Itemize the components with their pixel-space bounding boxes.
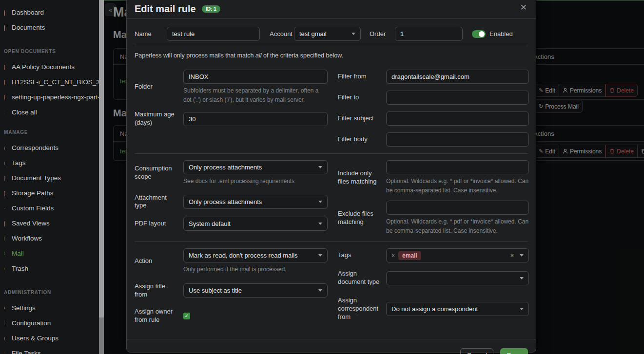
sidebar-item-workflows[interactable]: ⊞ Workflows bbox=[0, 231, 99, 246]
sidebar-item-label: setting-up-paperless-ngx-part-one bbox=[12, 93, 99, 101]
assign-owner-checkbox[interactable]: ✓ bbox=[183, 313, 190, 319]
consumption-scope-select[interactable]: Only process attachments bbox=[183, 160, 328, 174]
account-select[interactable]: test gmail bbox=[294, 27, 361, 41]
tags-select[interactable]: × email × bbox=[386, 248, 529, 262]
divider bbox=[135, 153, 528, 154]
tag-remove-icon[interactable]: × bbox=[391, 252, 395, 259]
sidebar-item-tags[interactable]: ◎ Tags bbox=[0, 155, 99, 170]
filter-to-field: Filter to bbox=[338, 91, 529, 105]
enabled-label: Enabled bbox=[489, 30, 513, 37]
sidebar-item-label: Document Types bbox=[12, 174, 61, 182]
sidebar-item-label: Dashboard bbox=[12, 9, 44, 16]
chevron-down-icon bbox=[520, 277, 524, 279]
divider bbox=[135, 242, 528, 242]
sidebar-item-trash[interactable]: ⊘ Trash bbox=[0, 261, 99, 276]
pdf-layout-select[interactable]: System default bbox=[183, 217, 328, 231]
sidebar-item-custom-fields[interactable]: ◈ Custom Fields bbox=[0, 201, 99, 216]
open-document-icon: ▣ bbox=[4, 78, 7, 86]
chevron-down-icon bbox=[318, 201, 322, 203]
chevron-down-icon bbox=[318, 223, 322, 225]
attachment-type-select[interactable]: Only process attachments bbox=[183, 195, 328, 209]
scrollbar-thumb[interactable] bbox=[99, 0, 104, 317]
sidebar-item-document-types[interactable]: ▤ Document Types bbox=[0, 170, 99, 186]
divider bbox=[135, 46, 528, 46]
sidebar-item-dashboard[interactable]: ▦ Dashboard bbox=[0, 5, 99, 20]
cancel-button[interactable]: Cancel bbox=[460, 348, 493, 354]
order-label: Order bbox=[370, 30, 395, 37]
attachment-type-label: Attachment type bbox=[135, 194, 183, 210]
filter-from-label: Filter from bbox=[338, 73, 386, 81]
sidebar-item-users-groups[interactable]: ◉ Users & Groups bbox=[0, 331, 99, 346]
sidebar-item-open-doc-3[interactable]: ▣ setting-up-paperless-ngx-part-one bbox=[0, 90, 99, 105]
documents-icon: ▤ bbox=[4, 24, 7, 32]
filter-from-input[interactable] bbox=[386, 70, 529, 84]
sidebar-item-saved-views[interactable]: ▦ Saved Views bbox=[0, 216, 99, 231]
sidebar-item-open-doc-1[interactable]: ▣ AA Policy Documents bbox=[0, 59, 99, 75]
saved-views-icon: ▦ bbox=[4, 220, 7, 227]
include-files-field: Include only files matching Optional. Wi… bbox=[338, 160, 529, 195]
dialog-title: Edit mail rule bbox=[135, 3, 196, 14]
sidebar-item-correspondents[interactable]: ◉ Correspondents bbox=[0, 140, 99, 155]
pdf-layout-field: PDF layout System default bbox=[135, 217, 328, 231]
exclude-files-input[interactable] bbox=[386, 201, 529, 215]
include-files-input[interactable] bbox=[386, 160, 529, 174]
sidebar-item-close-all[interactable]: ✕ Close all bbox=[0, 105, 99, 120]
filter-body-input[interactable] bbox=[386, 132, 529, 147]
save-button[interactable]: Save bbox=[500, 348, 528, 354]
sidebar-item-storage-paths[interactable]: ▥ Storage Paths bbox=[0, 186, 99, 201]
settings-icon: ⚙ bbox=[4, 304, 7, 312]
sidebar-item-label: Documents bbox=[12, 24, 45, 31]
assign-doc-type-select[interactable] bbox=[386, 271, 529, 285]
chevron-down-icon bbox=[520, 254, 524, 257]
assign-title-label: Assign title from bbox=[135, 282, 183, 299]
order-input[interactable] bbox=[395, 27, 463, 41]
sidebar-item-label: Workflows bbox=[12, 235, 42, 242]
filter-subject-label: Filter subject bbox=[338, 114, 386, 123]
name-label: Name bbox=[135, 30, 167, 37]
sidebar-item-configuration[interactable]: ☰ Configuration bbox=[0, 316, 99, 331]
sidebar-item-label: H12SSL-i_C_CT_NT_BIOS_3.3_rele... bbox=[12, 78, 99, 86]
sidebar-section-administration: ADMINISTRATION bbox=[0, 288, 99, 298]
sidebar-item-mail[interactable]: ✉ Mail bbox=[0, 246, 99, 261]
sidebar-item-file-tasks[interactable]: ≣ File Tasks bbox=[0, 346, 99, 354]
toggle-knob bbox=[479, 31, 485, 37]
folder-input[interactable] bbox=[183, 70, 328, 84]
close-icon[interactable]: ✕ bbox=[520, 3, 527, 12]
assign-correspondent-select[interactable]: Do not assign a correspondent bbox=[386, 302, 529, 316]
edit-mail-rule-dialog: Edit mail rule ID: 1 ✕ Name Account test… bbox=[126, 0, 536, 353]
action-select[interactable]: Mark as read, don't process read mails bbox=[183, 248, 328, 262]
tags-field: Tags × email × bbox=[338, 248, 529, 262]
assign-owner-label: Assign owner from rule bbox=[135, 308, 183, 324]
assign-title-select[interactable]: Use subject as title bbox=[183, 283, 328, 298]
sidebar-item-label: File Tasks bbox=[12, 350, 41, 354]
assign-owner-field: Assign owner from rule ✓ bbox=[135, 308, 328, 324]
filter-to-input[interactable] bbox=[386, 91, 529, 105]
enabled-toggle[interactable] bbox=[472, 30, 486, 38]
sidebar-item-label: Configuration bbox=[12, 319, 51, 327]
sidebar-item-label: Tags bbox=[12, 159, 26, 167]
assign-correspondent-label: Assign correspondent from bbox=[338, 297, 386, 321]
sidebar-item-settings[interactable]: ⚙ Settings bbox=[0, 300, 99, 316]
sidebar-scrollbar[interactable] bbox=[99, 0, 104, 354]
criteria-section: Folder Subfolders must be separated by a… bbox=[135, 70, 528, 147]
name-input[interactable] bbox=[167, 27, 260, 41]
dashboard-icon: ▦ bbox=[4, 9, 7, 17]
filter-from-field: Filter from bbox=[338, 70, 529, 84]
sidebar-item-documents[interactable]: ▤ Documents bbox=[0, 20, 99, 35]
clear-icon[interactable]: × bbox=[510, 252, 514, 259]
open-document-icon: ▣ bbox=[4, 93, 7, 101]
max-age-input[interactable] bbox=[183, 112, 328, 126]
sidebar-item-label: Close all bbox=[12, 109, 37, 116]
folder-field: Folder Subfolders must be separated by a… bbox=[135, 70, 328, 104]
filter-subject-input[interactable] bbox=[386, 112, 529, 126]
consumption-scope-hint: See docs for .eml processing requirement… bbox=[183, 177, 328, 186]
filter-to-label: Filter to bbox=[338, 93, 386, 102]
filter-body-field: Filter body bbox=[338, 132, 529, 147]
sidebar-item-label: Saved Views bbox=[12, 220, 50, 227]
document-types-icon: ▤ bbox=[4, 174, 7, 182]
assign-doc-type-label: Assign document type bbox=[338, 270, 386, 286]
sidebar-item-open-doc-2[interactable]: ▣ H12SSL-i_C_CT_NT_BIOS_3.3_rele... bbox=[0, 75, 99, 90]
sidebar-item-label: Custom Fields bbox=[12, 205, 54, 212]
chevron-down-icon bbox=[318, 166, 322, 168]
exclude-files-label: Exclude files matching bbox=[338, 210, 386, 226]
